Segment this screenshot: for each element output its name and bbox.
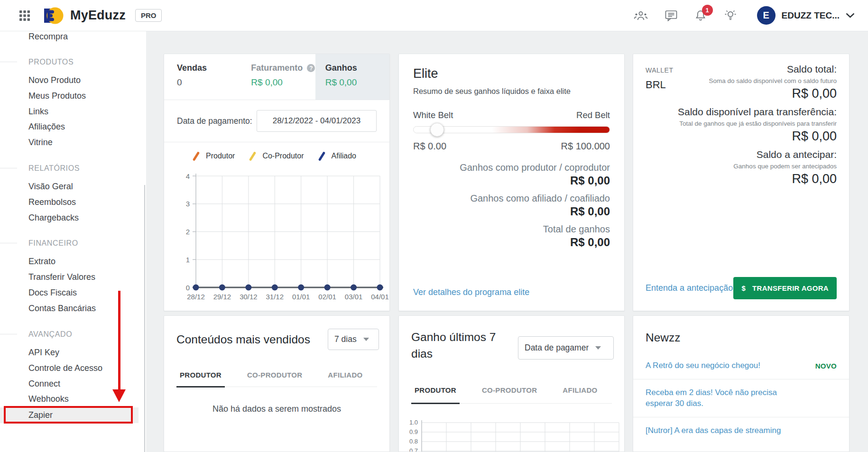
tab-produtor[interactable]: PRODUTOR bbox=[411, 386, 460, 404]
sidebar-item-api-key[interactable]: API Key bbox=[0, 345, 146, 360]
newzz-title: Newzz bbox=[646, 331, 837, 344]
legend-co-produtor: Co-Produtor bbox=[248, 152, 304, 160]
divider bbox=[633, 379, 849, 379]
svg-text:03/01: 03/01 bbox=[345, 293, 363, 301]
notifications-bell-icon[interactable]: 1 bbox=[694, 9, 707, 22]
empty-state-message: Não há dados a serem mostrados bbox=[164, 404, 389, 414]
total-balance-sub: Soma do saldo disponível com o saldo fut… bbox=[656, 77, 837, 84]
sidebar-item-extrato[interactable]: Extrato bbox=[0, 254, 146, 269]
tab-vendas[interactable]: Vendas 0 bbox=[164, 54, 241, 100]
svg-text:29/12: 29/12 bbox=[213, 293, 231, 301]
tab-afiliado[interactable]: AFILIADO bbox=[559, 386, 600, 404]
transfer-now-button[interactable]: $ TRANSFERIR AGORA bbox=[733, 277, 837, 299]
sidebar-item-contas-bancarias[interactable]: Contas Bancárias bbox=[0, 301, 146, 316]
sidebar-item-vitrine[interactable]: Vitrine bbox=[0, 135, 146, 150]
svg-text:30/12: 30/12 bbox=[240, 293, 258, 301]
top-content-tabs: PRODUTOR CO-PRODUTOR AFILIADO bbox=[176, 371, 377, 387]
payment-date-label: Data de pagamento: bbox=[177, 115, 253, 127]
account-avatar: E bbox=[757, 6, 776, 25]
svg-text:02/01: 02/01 bbox=[318, 293, 336, 301]
elite-details-link[interactable]: Ver detalhes do programa elite bbox=[413, 287, 529, 297]
sidebar-item-zapier[interactable]: Zapier bbox=[0, 407, 139, 423]
help-icon[interactable]: ? bbox=[307, 64, 315, 72]
tab-ganhos[interactable]: Ganhos R$ 0,00 bbox=[315, 54, 389, 100]
svg-text:31/12: 31/12 bbox=[266, 293, 284, 301]
svg-text:28/12: 28/12 bbox=[187, 293, 205, 301]
date-type-dropdown[interactable]: Data de pagamer bbox=[518, 336, 614, 360]
dollar-icon: $ bbox=[741, 284, 746, 292]
total-balance-label: Saldo total: bbox=[656, 64, 837, 75]
sales-metric-tabs: Vendas 0 Faturamento ? R$ 0,00 Ganhos R$… bbox=[164, 54, 389, 100]
tab-produtor[interactable]: PRODUTOR bbox=[176, 371, 225, 387]
svg-text:1: 1 bbox=[186, 256, 190, 264]
payment-date-row: Data de pagamento: 28/12/2022 - 04/01/20… bbox=[164, 100, 389, 142]
sidebar-item-reembolsos[interactable]: Reembolsos bbox=[0, 194, 146, 210]
novo-badge: NOVO bbox=[815, 362, 837, 370]
annotation-arrow-head bbox=[112, 389, 126, 402]
svg-text:0.7: 0.7 bbox=[409, 447, 418, 452]
belt-max-label: Red Belt bbox=[576, 110, 610, 120]
chart-legend: Produtor Co-Produtor Afiliado bbox=[164, 142, 389, 160]
anticipate-balance-value: R$ 0,00 bbox=[656, 172, 837, 186]
account-menu[interactable]: E EDUZZ TEC... bbox=[757, 6, 855, 25]
sidebar-item-docs-fiscais[interactable]: Docs Fiscais bbox=[0, 285, 146, 301]
sidebar-section-relatorios: RELATÓRIOS bbox=[0, 160, 146, 176]
svg-text:0.8: 0.8 bbox=[409, 438, 418, 445]
newzz-link-receba[interactable]: Receba em 2 dias! Você não precisa esper… bbox=[646, 388, 777, 407]
sidebar-item-novo-produto[interactable]: Novo Produto bbox=[0, 73, 146, 88]
svg-text:4: 4 bbox=[186, 172, 190, 180]
tab-co-produtor[interactable]: CO-PRODUTOR bbox=[479, 386, 540, 404]
tab-faturamento[interactable]: Faturamento ? R$ 0,00 bbox=[241, 54, 315, 100]
ideas-lightbulb-icon[interactable] bbox=[724, 9, 737, 22]
sidebar-scrollbar[interactable] bbox=[144, 185, 145, 452]
notification-count-badge: 1 bbox=[702, 5, 713, 16]
caret-down-icon bbox=[595, 346, 601, 350]
newzz-link-retro[interactable]: A Retrô do seu negócio chegou! bbox=[646, 360, 760, 371]
belt-min-label: White Belt bbox=[413, 110, 453, 120]
tab-afiliado[interactable]: AFILIADO bbox=[324, 371, 366, 387]
top-content-title: Conteúdos mais vendidos bbox=[176, 333, 310, 346]
annotation-arrow-line bbox=[118, 291, 120, 390]
sidebar-item-chargebacks[interactable]: Chargebacks bbox=[0, 210, 146, 226]
sidebar-item-transferir-valores[interactable]: Transferir Valores bbox=[0, 269, 146, 285]
sidebar-section-produtos: PRODUTOS bbox=[0, 54, 146, 70]
svg-text:04/01: 04/01 bbox=[371, 293, 389, 301]
affiliate-earnings-value: R$ 0,00 bbox=[413, 205, 610, 218]
newzz-link-nutror[interactable]: [Nutror] A era das capas de streaming bbox=[646, 426, 781, 435]
newzz-item: [Nutror] A era das capas de streaming bbox=[646, 425, 788, 436]
chevron-down-icon bbox=[846, 13, 855, 18]
available-balance-value: R$ 0,00 bbox=[656, 129, 837, 144]
sidebar-section-financeiro: FINANCEIRO bbox=[0, 235, 146, 251]
sidebar-item-controle-de-acesso[interactable]: Controle de Acesso bbox=[0, 360, 146, 376]
tab-co-produtor[interactable]: CO-PRODUTOR bbox=[244, 371, 305, 387]
wallet-card: WALLET BRL Saldo total: Soma do saldo di… bbox=[633, 54, 850, 311]
elite-belt-slider bbox=[413, 126, 610, 133]
total-earnings-label: Total de ganhos bbox=[413, 224, 610, 235]
elite-card: Elite Resumo de seus ganhos líquidos e f… bbox=[398, 54, 625, 311]
newzz-item: Receba em 2 dias! Você não precisa esper… bbox=[646, 387, 788, 409]
top-bar-actions: 1 E EDUZZ TEC... bbox=[634, 6, 868, 25]
sidebar-item-meus-produtos[interactable]: Meus Produtos bbox=[0, 88, 146, 104]
date-range-input[interactable]: 28/12/2022 - 04/01/2023 bbox=[257, 110, 377, 132]
last7-earnings-card: Ganho últimos 7 dias Data de pagamer PRO… bbox=[398, 315, 625, 452]
sidebar-item-links[interactable]: Links bbox=[0, 104, 146, 120]
sidebar-item-visao-geral[interactable]: Visão Geral bbox=[0, 179, 146, 194]
elite-title: Elite bbox=[413, 66, 610, 81]
apps-grid-icon[interactable] bbox=[19, 10, 30, 21]
sales-line-chart: 4 3 2 1 0 28/12 29/12 30/12 31/12 01/01 … bbox=[164, 168, 390, 310]
svg-text:0: 0 bbox=[186, 284, 190, 292]
period-dropdown[interactable]: 7 dias bbox=[328, 329, 379, 350]
belt-max-value: R$ 100.000 bbox=[561, 141, 610, 152]
messages-icon[interactable] bbox=[665, 10, 677, 21]
anticipation-link[interactable]: Entenda a antecipação bbox=[646, 283, 733, 293]
newzz-item: A Retrô do seu negócio chegou! NOVO bbox=[646, 360, 837, 371]
sidebar-item-afiliacoes[interactable]: Afiliações bbox=[0, 119, 146, 135]
producer-earnings-value: R$ 0,00 bbox=[413, 174, 610, 187]
last7-title: Ganho últimos 7 dias bbox=[411, 329, 516, 362]
elite-slider-knob[interactable] bbox=[430, 123, 444, 137]
eduzz-logo-icon[interactable] bbox=[43, 6, 64, 26]
afiliado-line-icon bbox=[318, 151, 325, 161]
community-icon[interactable] bbox=[634, 10, 648, 21]
account-name: EDUZZ TEC... bbox=[782, 10, 840, 21]
svg-text:0.9: 0.9 bbox=[409, 428, 418, 435]
